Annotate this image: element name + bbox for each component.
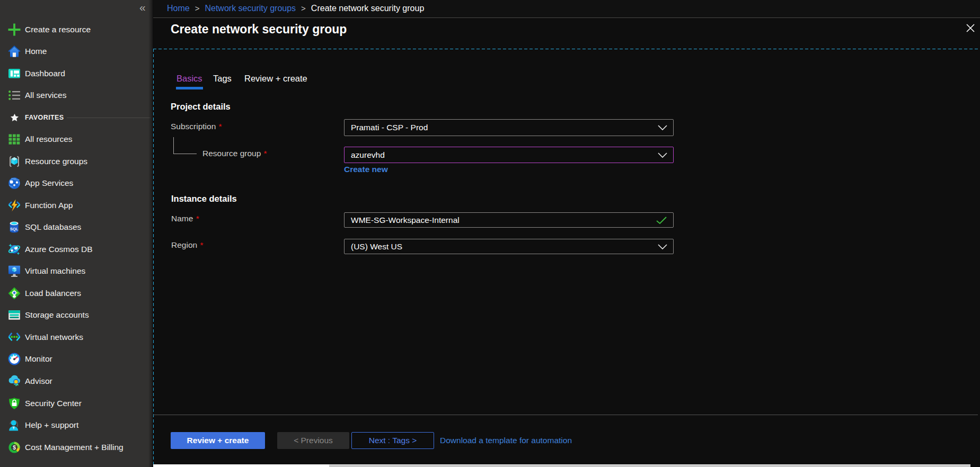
svg-text:SQL: SQL [10, 227, 19, 231]
svg-text:$: $ [13, 444, 16, 450]
